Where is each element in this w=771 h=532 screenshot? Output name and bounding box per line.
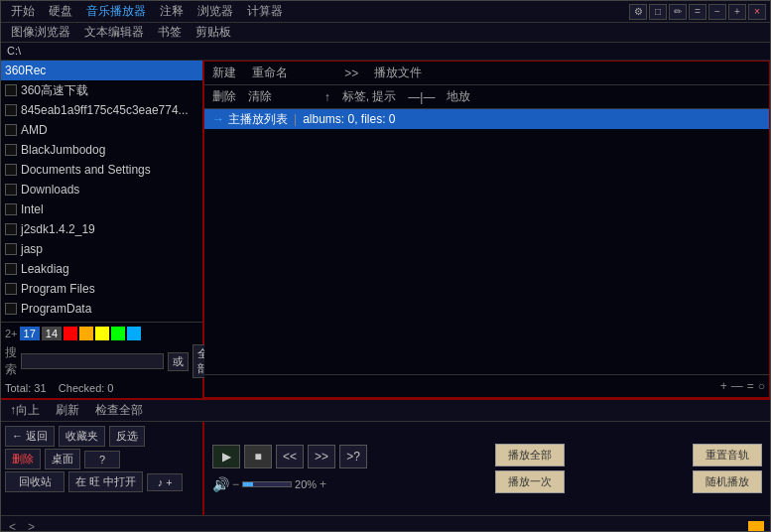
invert-btn[interactable]: 反选 xyxy=(109,426,145,447)
delete-btn2[interactable]: 删除 xyxy=(5,449,41,469)
menu-transport-btn[interactable]: >? xyxy=(339,445,367,468)
vol-track[interactable] xyxy=(242,481,292,487)
checkbox-intel[interactable] xyxy=(5,203,17,215)
file-item-360dl[interactable]: 360高速下载 xyxy=(1,80,202,100)
up-btn[interactable]: ↑向上 xyxy=(5,400,45,421)
checkbox-pf[interactable] xyxy=(5,283,17,295)
file-item-leakdiag[interactable]: Leakdiag xyxy=(1,259,202,279)
checkbox-das[interactable] xyxy=(5,164,17,176)
checkbox-leakdiag[interactable] xyxy=(5,263,17,275)
playlist-sep: | xyxy=(294,112,297,126)
checkbox-j2sdk[interactable] xyxy=(5,223,17,235)
window-btn[interactable]: □ xyxy=(649,4,667,20)
reshuffle-btn[interactable]: 重置音轨 xyxy=(693,444,762,466)
menu-notes[interactable]: 注释 xyxy=(154,1,190,22)
file-item-downloads[interactable]: Downloads xyxy=(1,180,202,200)
question-btn[interactable]: ? xyxy=(84,451,120,468)
file-list[interactable]: 360Rec 360高速下载 845eab1a9ff175c45c3eae774… xyxy=(1,61,202,322)
menu-bookmarks[interactable]: 书签 xyxy=(152,22,188,43)
edit-btn[interactable]: ✏ xyxy=(669,4,687,20)
delete-btn[interactable]: 删除 xyxy=(208,87,240,106)
file-item-bjd[interactable]: BlackJumbodog xyxy=(1,140,202,160)
file-item-intel[interactable]: Intel xyxy=(1,200,202,219)
file-item-programfiles[interactable]: Program Files xyxy=(1,279,202,299)
color-orange[interactable] xyxy=(79,327,93,340)
checkbox-pd[interactable] xyxy=(5,303,17,315)
menu-clipboard[interactable]: 剪贴板 xyxy=(190,22,237,43)
menu-imageviewer[interactable]: 图像浏览器 xyxy=(5,22,76,43)
close-btn[interactable]: × xyxy=(748,4,766,20)
player-area: ← 返回 收藏夹 反选 删除 桌面 ? 回收站 在 旺 中打开 ♪ + ▶ ■ xyxy=(1,422,770,515)
music-btn[interactable]: ♪ + xyxy=(147,473,183,491)
desktop-btn[interactable]: 桌面 xyxy=(45,449,80,469)
checkbox-bjd[interactable] xyxy=(5,144,17,156)
collect-btn[interactable]: 回收站 xyxy=(5,471,64,492)
checkbox-360dl[interactable] xyxy=(5,84,17,96)
sub-btn[interactable]: — xyxy=(731,379,743,393)
eq-btn[interactable]: = xyxy=(689,4,707,20)
playlist-main[interactable]: → 主播放列表 | albums: 0, files: 0 xyxy=(204,109,769,129)
file-item-hash[interactable]: 845eab1a9ff175c45c3eae774... xyxy=(1,100,202,120)
stop-btn[interactable]: ■ xyxy=(244,445,272,468)
next-btn[interactable]: >> xyxy=(308,445,335,468)
nav-back-btn[interactable]: < xyxy=(5,520,20,533)
menu-start[interactable]: 开始 xyxy=(5,1,41,22)
new-btn[interactable]: 新建 xyxy=(208,64,240,82)
menu-harddisk[interactable]: 硬盘 xyxy=(43,1,78,22)
checkall-btn[interactable]: 检查全部 xyxy=(90,400,148,421)
menu-browser[interactable]: 浏览器 xyxy=(192,1,239,22)
minimize-btn[interactable]: − xyxy=(708,4,726,20)
playfile-btn[interactable]: 播放文件 xyxy=(370,64,426,82)
or-label: 或 xyxy=(168,352,189,371)
color-yellow[interactable] xyxy=(95,327,109,340)
color-red[interactable] xyxy=(64,327,77,340)
file-item-das[interactable]: Documents and Settings xyxy=(1,160,202,180)
file-label: ProgramData xyxy=(21,302,91,316)
circle-btn[interactable]: ○ xyxy=(758,379,765,393)
vol-plus[interactable]: + xyxy=(320,477,326,491)
once-btn[interactable]: 播放一次 xyxy=(495,470,565,493)
search-input[interactable] xyxy=(21,353,164,369)
eq-bottom-btn[interactable]: = xyxy=(747,379,754,393)
random-btn[interactable]: 随机播放 xyxy=(693,470,762,493)
refresh-btn[interactable]: 刷新 xyxy=(51,400,84,421)
color-cyan[interactable] xyxy=(127,327,141,340)
window-controls: ⚙ □ ✏ = − + × xyxy=(629,4,766,20)
file-item-360rec[interactable]: 360Rec xyxy=(1,61,202,80)
play-btn[interactable]: ▶ xyxy=(212,445,240,468)
menu-musicplayer[interactable]: 音乐播放器 xyxy=(80,1,152,22)
prev-btn[interactable]: << xyxy=(276,445,304,468)
vol-minus[interactable]: − xyxy=(232,477,239,491)
arrow2-btn[interactable]: ↑ xyxy=(321,89,334,105)
count-badge-14[interactable]: 14 xyxy=(42,327,62,340)
settings-btn[interactable]: ⚙ xyxy=(629,4,647,20)
checkbox-hash[interactable] xyxy=(5,104,17,116)
back-btn[interactable]: ← 返回 xyxy=(5,426,55,447)
add-btn[interactable]: + xyxy=(720,379,727,393)
main-area: 360Rec 360高速下载 845eab1a9ff175c45c3eae774… xyxy=(1,61,770,398)
right-toolbar2: 删除 清除 ↑ 标签, 提示 —|— 地放 xyxy=(204,85,769,109)
rename-btn[interactable]: 重命名 xyxy=(248,64,292,82)
tag-btn[interactable]: 标签, 提示 xyxy=(338,87,401,106)
checkbox-downloads[interactable] xyxy=(5,184,17,196)
count-badge-17[interactable]: 17 xyxy=(20,327,40,340)
file-item-jasp[interactable]: jasp xyxy=(1,239,202,259)
file-item-programdata[interactable]: ProgramData xyxy=(1,299,202,319)
loop-btn[interactable]: 播放全部 xyxy=(495,444,565,466)
clear-btn[interactable]: 清除 xyxy=(244,87,276,106)
checkbox-amd[interactable] xyxy=(5,124,17,136)
maximize-btn[interactable]: + xyxy=(728,4,746,20)
arrow-btn[interactable]: >> xyxy=(340,66,362,81)
favorites-btn[interactable]: 收藏夹 xyxy=(59,426,105,447)
file-item-amd[interactable]: AMD xyxy=(1,120,202,140)
file-item-j2sdk[interactable]: j2sdk1.4.2_19 xyxy=(1,219,202,239)
playlist-area[interactable]: → 主播放列表 | albums: 0, files: 0 xyxy=(204,109,769,374)
menu-texteditor[interactable]: 文本编辑器 xyxy=(78,22,150,43)
checkbox-jasp[interactable] xyxy=(5,243,17,255)
nav-fwd-btn[interactable]: > xyxy=(24,520,39,533)
player-right: ▶ ■ << >> >? 🔊 − 20% + 播放全部 xyxy=(204,422,770,515)
menu-calculator[interactable]: 计算器 xyxy=(241,1,289,22)
color-green[interactable] xyxy=(111,327,125,340)
openin-btn[interactable]: 在 旺 中打开 xyxy=(68,471,143,492)
loc-btn[interactable]: 地放 xyxy=(443,87,474,106)
